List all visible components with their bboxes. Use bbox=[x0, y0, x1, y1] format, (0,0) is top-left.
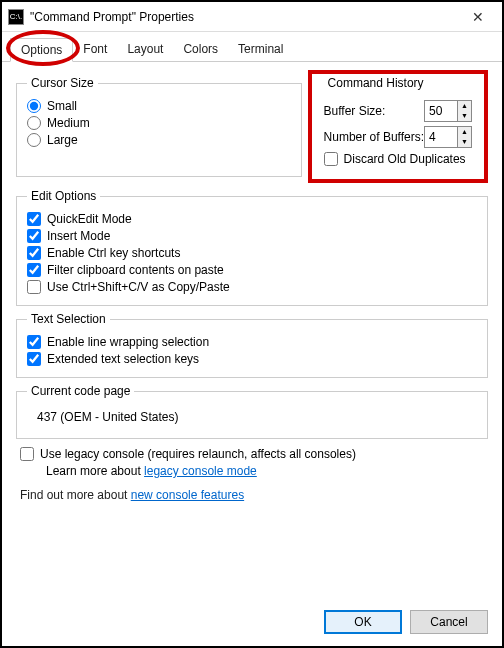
tab-colors[interactable]: Colors bbox=[173, 38, 228, 61]
dialog-buttons: OK Cancel bbox=[324, 610, 488, 634]
titlebar: C:\. "Command Prompt" Properties ✕ bbox=[2, 2, 502, 32]
buffer-size-label: Buffer Size: bbox=[324, 104, 386, 118]
buffer-size-spinner[interactable]: ▲▼ bbox=[424, 100, 472, 122]
learn-more-text: Learn more about bbox=[46, 464, 144, 478]
command-history-legend: Command History bbox=[324, 76, 428, 90]
options-panel: Cursor Size Small Medium Large Command H… bbox=[2, 62, 502, 522]
ctrl-shift-cv[interactable]: Use Ctrl+Shift+C/V as Copy/Paste bbox=[27, 280, 477, 294]
tab-font[interactable]: Font bbox=[73, 38, 117, 61]
cancel-button[interactable]: Cancel bbox=[410, 610, 488, 634]
cursor-size-legend: Cursor Size bbox=[27, 76, 98, 90]
text-selection-legend: Text Selection bbox=[27, 312, 110, 326]
close-button[interactable]: ✕ bbox=[458, 3, 498, 31]
discard-duplicates-checkbox[interactable] bbox=[324, 152, 338, 166]
extended-text-selection[interactable]: Extended text selection keys bbox=[27, 352, 477, 366]
app-icon: C:\. bbox=[8, 9, 24, 25]
find-out-text: Find out more about bbox=[20, 488, 131, 502]
edit-options-legend: Edit Options bbox=[27, 189, 100, 203]
edit-options-group: Edit Options QuickEdit Mode Insert Mode … bbox=[16, 189, 488, 306]
legacy-console-mode-link[interactable]: legacy console mode bbox=[144, 464, 257, 478]
spin-down-icon[interactable]: ▼ bbox=[458, 137, 471, 147]
command-history-group: Command History Buffer Size: ▲▼ Number o… bbox=[314, 76, 482, 177]
num-buffers-spinner[interactable]: ▲▼ bbox=[424, 126, 472, 148]
use-legacy-console[interactable]: Use legacy console (requires relaunch, a… bbox=[20, 447, 484, 461]
use-legacy-console-checkbox[interactable] bbox=[20, 447, 34, 461]
num-buffers-label: Number of Buffers: bbox=[324, 130, 425, 144]
tab-options[interactable]: Options bbox=[10, 38, 73, 62]
enable-ctrl-shortcuts[interactable]: Enable Ctrl key shortcuts bbox=[27, 246, 477, 260]
current-code-page-value: 437 (OEM - United States) bbox=[27, 404, 477, 430]
tab-strip: Options Font Layout Colors Terminal bbox=[2, 32, 502, 62]
insert-mode[interactable]: Insert Mode bbox=[27, 229, 477, 243]
new-console-features-link[interactable]: new console features bbox=[131, 488, 244, 502]
tab-layout[interactable]: Layout bbox=[117, 38, 173, 61]
cursor-medium[interactable]: Medium bbox=[27, 116, 291, 130]
ok-button[interactable]: OK bbox=[324, 610, 402, 634]
current-code-page-group: Current code page 437 (OEM - United Stat… bbox=[16, 384, 488, 439]
cursor-large-radio[interactable] bbox=[27, 133, 41, 147]
cursor-medium-radio[interactable] bbox=[27, 116, 41, 130]
num-buffers-input[interactable] bbox=[425, 127, 457, 147]
filter-clipboard[interactable]: Filter clipboard contents on paste bbox=[27, 263, 477, 277]
spin-up-icon[interactable]: ▲ bbox=[458, 101, 471, 111]
text-selection-group: Text Selection Enable line wrapping sele… bbox=[16, 312, 488, 378]
cursor-size-group: Cursor Size Small Medium Large bbox=[16, 76, 302, 177]
quickedit-mode[interactable]: QuickEdit Mode bbox=[27, 212, 477, 226]
tab-terminal[interactable]: Terminal bbox=[228, 38, 293, 61]
cursor-small[interactable]: Small bbox=[27, 99, 291, 113]
spin-up-icon[interactable]: ▲ bbox=[458, 127, 471, 137]
discard-duplicates[interactable]: Discard Old Duplicates bbox=[324, 152, 472, 166]
buffer-size-input[interactable] bbox=[425, 101, 457, 121]
window-title: "Command Prompt" Properties bbox=[30, 10, 458, 24]
current-code-page-legend: Current code page bbox=[27, 384, 134, 398]
highlight-history-box: Command History Buffer Size: ▲▼ Number o… bbox=[308, 70, 488, 183]
cursor-small-radio[interactable] bbox=[27, 99, 41, 113]
spin-down-icon[interactable]: ▼ bbox=[458, 111, 471, 121]
cursor-large[interactable]: Large bbox=[27, 133, 291, 147]
line-wrapping-selection[interactable]: Enable line wrapping selection bbox=[27, 335, 477, 349]
